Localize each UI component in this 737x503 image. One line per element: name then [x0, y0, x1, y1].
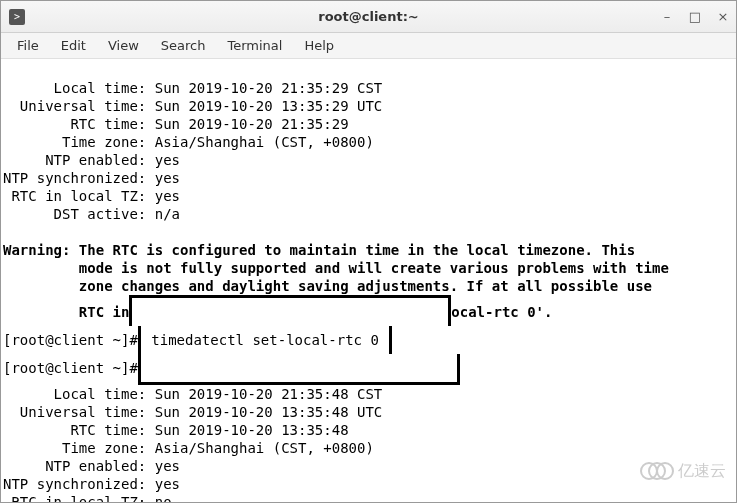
- warning-line: mode is not fully supported and will cre…: [3, 260, 669, 276]
- menu-terminal[interactable]: Terminal: [217, 35, 292, 56]
- window-controls: – □ ×: [660, 10, 730, 24]
- output-line: Time zone: Asia/Shanghai (CST, +0800): [3, 440, 374, 456]
- output-line: NTP enabled: yes: [3, 458, 180, 474]
- window-title: root@client:~: [1, 9, 736, 24]
- warning-line: zone changes and daylight saving adjustm…: [3, 278, 652, 294]
- output-line: NTP enabled: yes: [3, 152, 180, 168]
- output-line: Universal time: Sun 2019-10-20 13:35:48 …: [3, 404, 382, 420]
- menu-help[interactable]: Help: [294, 35, 344, 56]
- output-line: Time zone: Asia/Shanghai (CST, +0800): [3, 134, 374, 150]
- shell-prompt: [root@client ~]#: [3, 360, 138, 376]
- menu-bar: File Edit View Search Terminal Help: [1, 33, 736, 59]
- output-line: RTC in local TZ: yes: [3, 188, 180, 204]
- output-line: DST active: n/a: [3, 206, 180, 222]
- terminal-output[interactable]: Local time: Sun 2019-10-20 21:35:29 CST …: [1, 59, 736, 502]
- redaction-box-bottom: [138, 354, 460, 385]
- output-line: RTC in local TZ: no: [3, 494, 172, 502]
- window-titlebar: root@client:~ – □ ×: [1, 1, 736, 33]
- output-line: NTP synchronized: yes: [3, 170, 180, 186]
- output-line: Local time: Sun 2019-10-20 21:35:48 CST: [3, 386, 382, 402]
- output-line: NTP synchronized: yes: [3, 476, 180, 492]
- maximize-button[interactable]: □: [688, 10, 702, 24]
- highlighted-command: timedatectl set-local-rtc 0: [138, 326, 392, 354]
- output-line: Universal time: Sun 2019-10-20 13:35:29 …: [3, 98, 382, 114]
- menu-search[interactable]: Search: [151, 35, 216, 56]
- output-line: RTC time: Sun 2019-10-20 13:35:48: [3, 422, 349, 438]
- warning-line: RTC in: [3, 304, 129, 320]
- minimize-button[interactable]: –: [660, 10, 674, 24]
- menu-view[interactable]: View: [98, 35, 149, 56]
- shell-prompt: [root@client ~]#: [3, 332, 138, 348]
- warning-line: Warning: The RTC is configured to mainta…: [3, 242, 635, 258]
- redaction-box-top: [129, 295, 451, 326]
- menu-edit[interactable]: Edit: [51, 35, 96, 56]
- close-button[interactable]: ×: [716, 10, 730, 24]
- warning-line-tail: ocal-rtc 0'.: [451, 304, 552, 320]
- output-line: RTC time: Sun 2019-10-20 21:35:29: [3, 116, 349, 132]
- terminal-app-icon: [9, 9, 25, 25]
- menu-file[interactable]: File: [7, 35, 49, 56]
- output-line: Local time: Sun 2019-10-20 21:35:29 CST: [3, 80, 382, 96]
